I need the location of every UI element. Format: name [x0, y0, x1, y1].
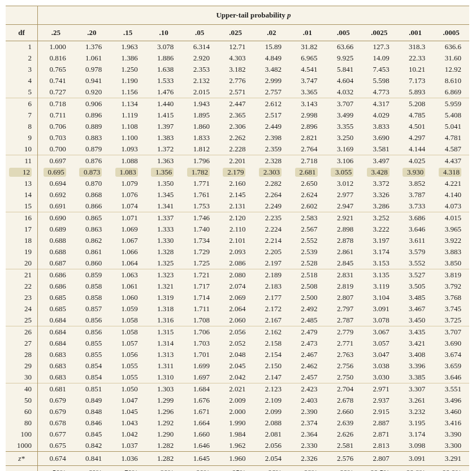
- value-cell: 3.197: [361, 235, 397, 246]
- value-cell: 0.870: [74, 178, 110, 189]
- df-cell: 2: [6, 53, 38, 64]
- value-cell: 2.282: [253, 178, 289, 189]
- value-cell: 1.753: [181, 200, 218, 212]
- df-cell: 18: [6, 235, 38, 246]
- value-cell: 1.323: [146, 269, 182, 281]
- value-cell: 2.052: [218, 338, 254, 349]
- value-cell: 1.886: [146, 53, 182, 64]
- value-cell: 2.750: [326, 372, 362, 383]
- value-cell: 1.037: [110, 440, 146, 452]
- value-cell: 2.660: [326, 406, 362, 417]
- value-cell: 0.845: [74, 429, 110, 440]
- value-cell: 3.819: [433, 269, 469, 281]
- value-cell: 1.325: [146, 258, 182, 269]
- value-cell: 1.638: [146, 64, 182, 75]
- value-cell: 2.971: [361, 383, 397, 395]
- table-row: 290.6830.8541.0551.3111.6992.0452.1502.4…: [6, 360, 469, 372]
- value-cell: 0.686: [38, 269, 74, 281]
- value-cell: 0.688: [38, 246, 74, 258]
- zstar-cell: 2.576: [326, 452, 362, 466]
- value-cell: 7.453: [361, 64, 397, 75]
- p-header: .10: [146, 25, 182, 41]
- value-cell: 3.385: [397, 372, 434, 383]
- value-cell: 1.660: [181, 429, 218, 440]
- value-cell: 2.819: [326, 281, 362, 292]
- value-cell: 0.681: [38, 383, 74, 395]
- value-cell: 2.015: [181, 86, 218, 98]
- value-cell: 0.857: [74, 303, 110, 315]
- value-cell: 2.602: [289, 200, 326, 212]
- value-cell: 2.162: [253, 326, 289, 338]
- value-cell: 3.611: [397, 235, 434, 246]
- value-cell: 0.683: [38, 349, 74, 360]
- value-cell: 3.482: [253, 64, 289, 75]
- value-cell: 3.646: [433, 372, 469, 383]
- value-cell: 0.684: [38, 315, 74, 326]
- value-cell: 0.685: [38, 292, 74, 303]
- value-cell: 3.930: [397, 167, 434, 178]
- df-cell: 29: [6, 360, 38, 372]
- value-cell: 3.725: [433, 315, 469, 326]
- value-cell: 0.685: [38, 303, 74, 315]
- p-header: .0025: [361, 25, 397, 41]
- value-cell: 1.376: [74, 41, 110, 53]
- value-cell: 1.047: [110, 395, 146, 406]
- value-cell: 3.261: [397, 395, 434, 406]
- value-cell: 1.734: [181, 235, 218, 246]
- value-cell: 0.703: [38, 132, 74, 143]
- p-header: .15: [110, 25, 146, 41]
- value-cell: 1.701: [181, 349, 218, 360]
- value-cell: 2.977: [326, 189, 362, 200]
- value-cell: 5.208: [397, 98, 434, 110]
- value-cell: 1.740: [181, 224, 218, 235]
- value-cell: 2.947: [326, 200, 362, 212]
- value-cell: 2.447: [218, 98, 254, 110]
- table-row: 140.6920.8681.0761.3451.7612.1452.2642.6…: [6, 189, 469, 200]
- value-cell: 127.3: [361, 41, 397, 53]
- value-cell: 0.689: [38, 224, 74, 235]
- value-cell: 3.174: [361, 246, 397, 258]
- value-cell: 2.172: [253, 303, 289, 315]
- table-row: 120.6950.8731.0831.3561.7822.1792.3032.6…: [6, 167, 469, 178]
- value-cell: 3.428: [361, 167, 397, 178]
- value-cell: 1.703: [181, 338, 218, 349]
- zstar-cell: 2.326: [289, 452, 326, 466]
- value-cell: 0.859: [74, 269, 110, 281]
- table-row: 11.0001.3761.9633.0786.31412.7115.8931.8…: [6, 41, 469, 53]
- p-header: .02: [253, 25, 289, 41]
- value-cell: 2.154: [253, 349, 289, 360]
- value-cell: 2.328: [253, 155, 289, 167]
- value-cell: 2.423: [289, 383, 326, 395]
- value-cell: 0.868: [74, 189, 110, 200]
- value-cell: 2.056: [253, 440, 289, 452]
- value-cell: 2.449: [253, 121, 289, 132]
- value-cell: 4.773: [361, 86, 397, 98]
- df-cell: 40: [6, 383, 38, 395]
- value-cell: 2.915: [361, 406, 397, 417]
- value-cell: 1.100: [110, 132, 146, 143]
- value-cell: 2.681: [289, 167, 326, 178]
- critical-values-table: Upper-tail probability p df .25.20.15.10…: [6, 6, 469, 471]
- value-cell: 1.782: [181, 167, 218, 178]
- value-cell: 2.771: [326, 338, 362, 349]
- value-cell: 0.675: [38, 440, 74, 452]
- value-cell: 1.962: [218, 440, 254, 452]
- df-cell: 11: [6, 155, 38, 167]
- confidence-cell: 98%: [289, 466, 326, 472]
- value-cell: 0.765: [38, 64, 74, 75]
- table-row: 40.7410.9411.1901.5332.1322.7762.9993.74…: [6, 75, 469, 86]
- table-row: 190.6880.8611.0661.3281.7292.0932.2052.5…: [6, 246, 469, 258]
- value-cell: 0.741: [38, 75, 74, 86]
- value-cell: 3.106: [326, 155, 362, 167]
- value-cell: 2.167: [253, 315, 289, 326]
- zstar-cell: 3.091: [397, 452, 434, 466]
- value-cell: 1.372: [146, 143, 182, 155]
- table-row: 130.6940.8701.0791.3501.7712.1602.2822.6…: [6, 178, 469, 189]
- value-cell: 2.878: [326, 235, 362, 246]
- value-cell: 0.683: [38, 360, 74, 372]
- value-cell: 3.460: [433, 406, 469, 417]
- value-cell: 0.873: [74, 167, 110, 178]
- value-cell: 2.158: [253, 338, 289, 349]
- value-cell: 3.153: [361, 258, 397, 269]
- table-row: 270.6840.8551.0571.3141.7032.0522.1582.4…: [6, 338, 469, 349]
